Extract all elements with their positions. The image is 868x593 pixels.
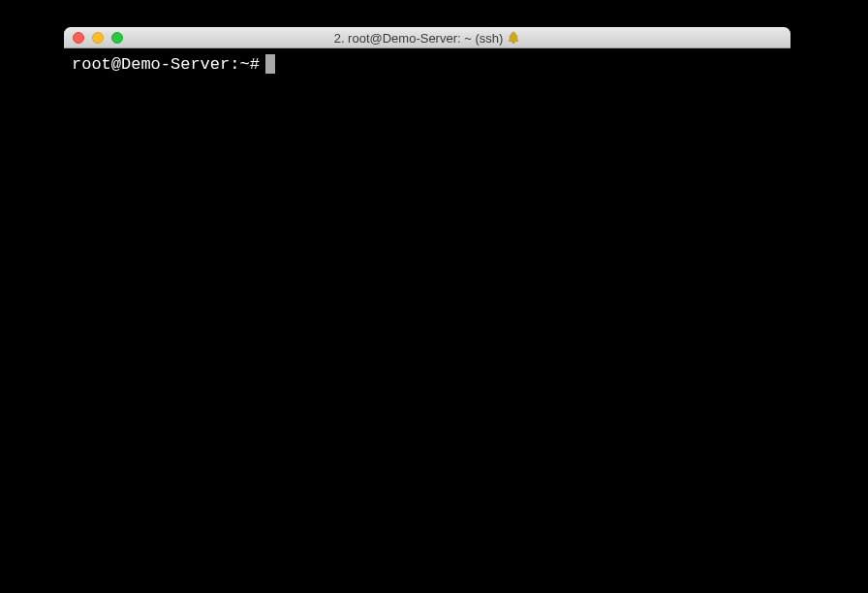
shell-prompt: root@Demo-Server:~# — [72, 55, 260, 74]
maximize-button[interactable] — [111, 32, 123, 44]
traffic-lights — [64, 32, 123, 44]
prompt-line: root@Demo-Server:~# — [72, 54, 783, 74]
window-title-bar[interactable]: 2. root@Demo-Server: ~ (ssh) — [64, 27, 790, 48]
window-title-text: 2. root@Demo-Server: ~ (ssh) — [334, 31, 504, 46]
terminal-window: 2. root@Demo-Server: ~ (ssh) root@Demo-S… — [64, 27, 790, 572]
terminal-cursor — [265, 54, 275, 74]
close-button[interactable] — [73, 32, 84, 44]
terminal-body[interactable]: root@Demo-Server:~# — [64, 48, 790, 572]
bell-icon — [507, 31, 520, 45]
window-title: 2. root@Demo-Server: ~ (ssh) — [64, 31, 790, 46]
minimize-button[interactable] — [92, 32, 104, 44]
